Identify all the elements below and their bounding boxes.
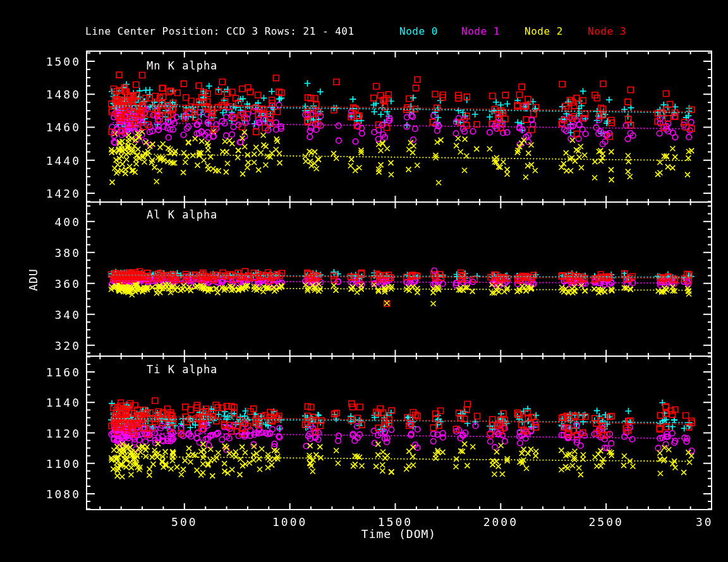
plot-title: Line Center Position: CCD 3 Rows: 21 - 4… (85, 25, 355, 37)
figure: Line Center Position: CCD 3 Rows: 21 - 4… (0, 0, 728, 562)
y-tick-label: 1500 (46, 54, 81, 68)
y-tick-label: 1120 (46, 426, 81, 439)
legend-node-1: Node 1 (461, 25, 500, 37)
y-tick-label: 340 (54, 308, 81, 321)
x-tick-label: 1000 (272, 515, 307, 529)
x-tick-label: 30 (696, 515, 713, 529)
y-tick-label: 1080 (46, 487, 81, 500)
y-tick-label: 1100 (46, 457, 81, 470)
legend-node-3: Node 3 (588, 25, 626, 37)
y-tick-label: 1140 (46, 396, 81, 409)
panel-label: Ti K alpha (147, 363, 217, 376)
y-tick-label: 1420 (46, 186, 81, 200)
y-tick-label: 360 (54, 277, 81, 290)
chart-canvas (0, 0, 728, 562)
x-axis-label: Time (DOM) (361, 527, 436, 541)
y-axis-label: ADU (27, 268, 40, 291)
legend-node-2: Node 2 (525, 25, 563, 37)
panel-label: Al K alpha (147, 208, 217, 221)
y-tick-label: 380 (54, 246, 81, 259)
x-tick-label: 2000 (483, 515, 518, 529)
y-tick-label: 1160 (46, 366, 81, 379)
y-tick-label: 320 (54, 338, 81, 352)
y-tick-label: 1440 (46, 153, 81, 167)
x-tick-label: 2500 (588, 515, 623, 529)
y-tick-label: 1480 (46, 88, 81, 101)
y-tick-label: 400 (54, 215, 81, 228)
panel-label: Mn K alpha (147, 59, 217, 72)
legend-node-0: Node 0 (399, 25, 438, 37)
x-tick-label: 1500 (378, 515, 413, 529)
y-tick-label: 1460 (46, 121, 81, 134)
x-tick-label: 500 (171, 515, 198, 529)
